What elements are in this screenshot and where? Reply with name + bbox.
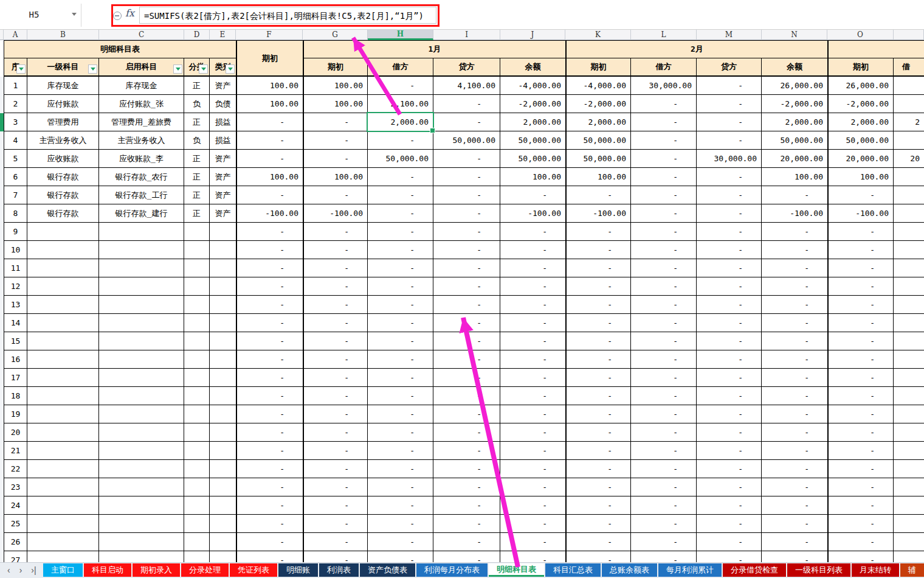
cell[interactable] <box>894 77 924 95</box>
cell[interactable]: - <box>565 515 631 533</box>
sheet-tab-期初录入[interactable]: 期初录入 <box>133 563 180 577</box>
cell[interactable]: 50,000.00 <box>433 131 500 150</box>
cell[interactable]: - <box>236 533 303 551</box>
column-header-O[interactable]: O <box>827 29 894 40</box>
cell[interactable]: 资产 <box>210 150 236 168</box>
cell[interactable] <box>184 241 210 259</box>
cell[interactable]: - <box>565 350 631 369</box>
cell[interactable] <box>27 405 99 423</box>
cell[interactable]: - <box>697 533 762 551</box>
column-header-I[interactable]: I <box>433 29 500 40</box>
cell[interactable]: 5 <box>4 150 27 168</box>
cell[interactable] <box>894 551 924 563</box>
cell[interactable]: 银行存款_农行 <box>99 168 184 186</box>
cell[interactable]: - <box>697 296 762 314</box>
cell[interactable]: 负债 <box>210 95 236 113</box>
cell[interactable] <box>99 423 184 442</box>
filter-button[interactable] <box>199 64 208 74</box>
cell[interactable]: - <box>565 442 631 460</box>
cell[interactable]: - <box>236 405 303 423</box>
tab-nav-button-2[interactable]: ›| <box>31 565 36 575</box>
cell[interactable] <box>27 533 99 551</box>
cell[interactable]: - <box>236 277 303 296</box>
cell[interactable]: - <box>565 478 631 496</box>
cell[interactable]: - <box>762 496 827 515</box>
cell[interactable]: - <box>368 296 433 314</box>
cell[interactable]: - <box>433 150 500 168</box>
cell[interactable] <box>184 223 210 241</box>
cell[interactable]: 应付账款 <box>27 95 99 113</box>
cell[interactable]: 100.00 <box>236 168 303 186</box>
tab-nav-button-1[interactable]: › <box>19 565 22 575</box>
cell[interactable] <box>210 387 236 405</box>
cell[interactable]: 资产 <box>210 168 236 186</box>
cell[interactable]: 30,000.00 <box>631 77 697 95</box>
cell[interactable]: - <box>762 277 827 296</box>
cell[interactable]: - <box>236 314 303 332</box>
cell[interactable]: - <box>631 423 697 442</box>
cell[interactable]: - <box>827 241 894 259</box>
cell[interactable]: - <box>697 478 762 496</box>
cell[interactable]: -2,000.00 <box>827 95 894 113</box>
cell[interactable]: - <box>631 551 697 563</box>
cell[interactable] <box>894 533 924 551</box>
cell[interactable]: 15 <box>4 332 27 350</box>
cell[interactable]: 银行存款 <box>27 168 99 186</box>
cell[interactable]: 14 <box>4 314 27 332</box>
cell[interactable]: 20 <box>4 423 27 442</box>
cell[interactable]: 26,000.00 <box>827 77 894 95</box>
cell[interactable] <box>894 223 924 241</box>
cell[interactable] <box>894 168 924 186</box>
cell[interactable] <box>184 259 210 277</box>
cell[interactable]: 100.00 <box>762 168 827 186</box>
column-header-D[interactable]: D <box>184 29 210 40</box>
cell[interactable]: - <box>236 296 303 314</box>
cell[interactable] <box>210 350 236 369</box>
cell[interactable] <box>184 478 210 496</box>
cell[interactable]: 2,000.00 <box>368 113 433 131</box>
cell[interactable]: - <box>368 442 433 460</box>
cell[interactable] <box>184 423 210 442</box>
cell[interactable]: - <box>236 369 303 387</box>
cell[interactable]: - <box>827 277 894 296</box>
cell[interactable]: - <box>368 241 433 259</box>
cell[interactable]: - <box>500 332 565 350</box>
cell[interactable] <box>894 387 924 405</box>
cell[interactable]: - <box>433 405 500 423</box>
cell[interactable]: 2,000.00 <box>762 113 827 131</box>
cell[interactable] <box>894 405 924 423</box>
cell[interactable]: - <box>368 460 433 478</box>
cell[interactable]: - <box>631 95 697 113</box>
cell[interactable]: 19 <box>4 405 27 423</box>
cell[interactable]: 23 <box>4 478 27 496</box>
cell[interactable]: - <box>368 332 433 350</box>
cell[interactable]: - <box>500 186 565 204</box>
cell[interactable] <box>184 277 210 296</box>
cell[interactable]: 16 <box>4 350 27 369</box>
cell[interactable]: 7 <box>4 186 27 204</box>
cell[interactable]: 3 <box>4 113 27 131</box>
cell[interactable]: - <box>433 533 500 551</box>
cell[interactable]: 100.00 <box>303 77 368 95</box>
cell[interactable]: - <box>762 350 827 369</box>
insert-function-fx-icon[interactable]: fx <box>125 7 134 19</box>
cell[interactable]: - <box>631 496 697 515</box>
cell[interactable] <box>184 460 210 478</box>
cell[interactable] <box>210 496 236 515</box>
cell[interactable]: 负 <box>184 131 210 150</box>
cell[interactable]: - <box>368 186 433 204</box>
cell[interactable]: - <box>631 460 697 478</box>
cell[interactable] <box>99 460 184 478</box>
cell[interactable]: - <box>500 460 565 478</box>
cell[interactable]: 27 <box>4 551 27 563</box>
cell[interactable]: 资产 <box>210 204 236 223</box>
cell[interactable]: - <box>433 314 500 332</box>
cell[interactable]: - <box>236 387 303 405</box>
cell[interactable]: - <box>303 259 368 277</box>
cell[interactable] <box>99 387 184 405</box>
cell[interactable]: 1 <box>4 77 27 95</box>
cell[interactable]: 银行存款_工行 <box>99 186 184 204</box>
cell[interactable]: - <box>762 387 827 405</box>
cell[interactable]: 2 <box>894 113 924 131</box>
cell[interactable]: - <box>433 460 500 478</box>
